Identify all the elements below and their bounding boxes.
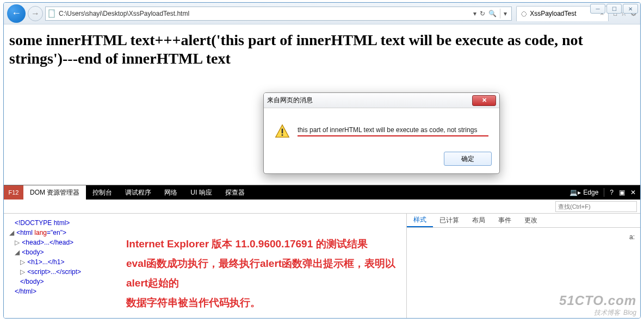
dom-body-open: <body> [22, 248, 44, 256]
alert-close-button[interactable]: ✕ [472, 95, 496, 106]
alert-title-text: 来自网页的消息 [267, 96, 313, 105]
style-tab-events[interactable]: 事件 [492, 214, 518, 227]
tab-dom-explorer[interactable]: DOM 资源管理器 [23, 185, 86, 200]
tab-ui-response[interactable]: UI 响应 [184, 185, 218, 200]
emulation-target[interactable]: 💻▸ Edge [569, 189, 598, 196]
alert-message: this part of innerHTML text will be exec… [298, 126, 488, 136]
devtools-tabs: F12 DOM 资源管理器 控制台 调试程序 网络 UI 响应 探查器 💻▸ E… [4, 185, 640, 200]
dom-html-close: </html> [15, 288, 36, 295]
refresh-icon[interactable]: ↻ [480, 10, 485, 17]
styles-tabs: 样式 已计算 布局 事件 更改 [407, 214, 640, 228]
window-controls: ─ ☐ ✕ [590, 4, 638, 14]
maximize-button[interactable]: ☐ [606, 4, 622, 14]
annotation-line-3: 数据字符串被当作代码执行。 [126, 293, 406, 313]
annotation-overlay: Internet Explorer 版本 11.0.9600.17691 的测试… [126, 234, 406, 313]
dom-html-open: <html [16, 229, 34, 236]
annotation-line-1: Internet Explorer 版本 11.0.9600.17691 的测试… [126, 234, 406, 254]
back-button[interactable]: ← [7, 4, 26, 23]
devtools-search-input[interactable] [555, 201, 637, 212]
help-icon[interactable]: ? [610, 189, 614, 196]
dom-tree[interactable]: <!DOCTYPE html> ◢ <html lang="en"> ▷ <he… [4, 214, 406, 318]
annotation-line-2: eval函数成功执行，最终执行alert函数弹出提示框，表明以alert起始的 [126, 254, 406, 293]
styles-body: a: [407, 228, 640, 318]
tab-profiler[interactable]: 探查器 [219, 185, 251, 200]
style-tab-computed[interactable]: 已计算 [433, 214, 466, 227]
styles-panel: 样式 已计算 布局 事件 更改 a: [406, 214, 640, 318]
search-icon[interactable]: 🔍 [488, 10, 497, 17]
dom-h1: <h1>...</h1> [27, 258, 64, 266]
dom-script: <script>...</script> [27, 268, 81, 276]
alert-dialog: 来自网页的消息 ✕ this part of innerHTML text wi… [263, 92, 500, 174]
address-actions: ▾ ↻ 🔍 ▾ [471, 9, 509, 18]
devtools-toolbar [4, 200, 640, 214]
style-tab-changes[interactable]: 更改 [518, 214, 544, 227]
navigation-bar: ← → ▾ ↻ 🔍 ▾ ◌ XssPayloadTest × ⌂ ☆ [4, 3, 640, 24]
separator [604, 188, 604, 197]
devtools-right: 💻▸ Edge ? ▣ ✕ [569, 185, 640, 200]
svg-rect-3 [282, 134, 283, 136]
separator [500, 9, 500, 18]
tab-network[interactable]: 网络 [158, 185, 184, 200]
address-bar[interactable]: ▾ ↻ 🔍 ▾ [45, 7, 512, 21]
minimize-button[interactable]: ─ [590, 4, 605, 14]
pseudo-state-toggle[interactable]: a: [629, 233, 635, 241]
forward-button[interactable]: → [28, 6, 43, 21]
style-tab-styles[interactable]: 样式 [407, 214, 433, 227]
dom-body-close: </body> [20, 278, 44, 285]
warning-icon [275, 123, 290, 139]
tab-debugger[interactable]: 调试程序 [119, 185, 158, 200]
style-tab-layout[interactable]: 布局 [466, 214, 492, 227]
tab-console[interactable]: 控制台 [86, 185, 119, 200]
dom-doctype: <!DOCTYPE html> [15, 219, 70, 227]
svg-rect-2 [282, 129, 283, 134]
tab-title: XssPayloadTest [530, 10, 576, 17]
page-heading: some innerHTML text+++alert('this part o… [9, 31, 635, 67]
alert-footer: 确定 [264, 146, 499, 173]
page-icon [48, 9, 57, 18]
dropdown-icon[interactable]: ▾ [473, 10, 476, 17]
dock-icon[interactable]: ▣ [619, 189, 625, 196]
devtools-body: <!DOCTYPE html> ◢ <html lang="en"> ▷ <he… [4, 214, 640, 318]
f12-badge[interactable]: F12 [4, 185, 23, 200]
alert-body: this part of innerHTML text will be exec… [264, 108, 499, 146]
alert-titlebar[interactable]: 来自网页的消息 ✕ [264, 93, 499, 108]
alert-ok-button[interactable]: 确定 [444, 152, 492, 166]
tab-spinner-icon: ◌ [521, 10, 527, 17]
close-button[interactable]: ✕ [623, 4, 638, 14]
devtools-close-icon[interactable]: ✕ [630, 189, 636, 196]
url-input[interactable] [59, 10, 471, 17]
dom-head: <head>...</head> [22, 239, 73, 246]
search-dropdown-icon[interactable]: ▾ [504, 10, 507, 17]
devtools-panel: F12 DOM 资源管理器 控制台 调试程序 网络 UI 响应 探查器 💻▸ E… [4, 185, 640, 318]
